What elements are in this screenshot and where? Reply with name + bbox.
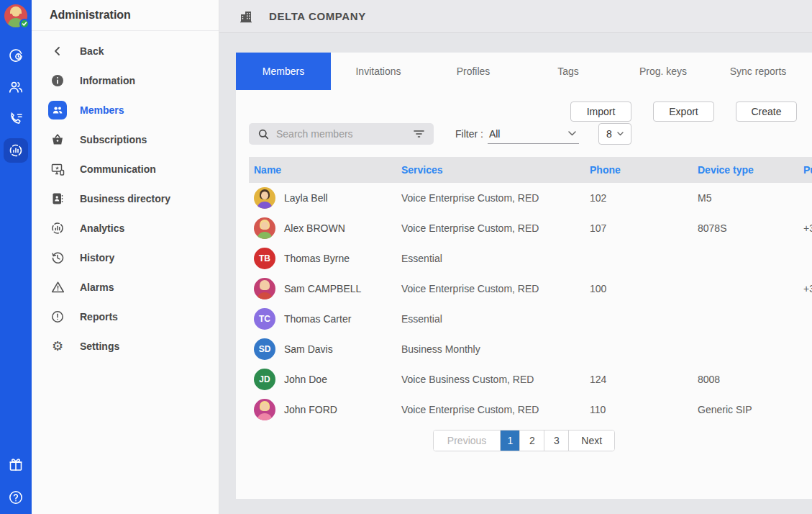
- page-size-value: 8: [606, 128, 612, 140]
- table-row[interactable]: TCThomas Carter Essential: [249, 304, 812, 334]
- page-1-button[interactable]: 1: [501, 430, 520, 451]
- sidebar-item-label: Business directory: [80, 193, 170, 204]
- search-input[interactable]: [276, 128, 414, 140]
- member-services: Voice Enterprise Custom, RED: [396, 404, 585, 415]
- pagination: Previous 1 2 3 Next: [236, 430, 812, 451]
- create-button[interactable]: Create: [736, 102, 797, 122]
- chevron-down-icon: [568, 131, 576, 136]
- column-device-type[interactable]: Device type: [693, 164, 798, 176]
- info-icon: [50, 73, 65, 88]
- sidebar-item-label: Reports: [80, 311, 118, 323]
- filter-funnel-icon[interactable]: [414, 130, 424, 138]
- avatar: [254, 217, 275, 239]
- sidebar-item-information[interactable]: Information: [32, 66, 219, 95]
- sidebar-item-settings[interactable]: ⚙ Settings: [32, 331, 219, 361]
- page-3-button[interactable]: 3: [544, 430, 569, 451]
- tab-invitations[interactable]: Invitations: [331, 53, 426, 90]
- avatar-initials: TC: [254, 308, 275, 330]
- app-root: Administration Back Information: [0, 0, 812, 514]
- table-header: Name Services Phone Device type Public: [249, 157, 812, 183]
- sidebar-item-label: Alarms: [80, 281, 114, 293]
- sidebar-item-label: History: [80, 252, 114, 263]
- users-icon[interactable]: [4, 75, 28, 99]
- member-device: M5: [693, 192, 798, 204]
- avatar-initials: TB: [254, 248, 275, 269]
- member-public: +3: [798, 283, 812, 294]
- sidebar-item-communication[interactable]: Communication: [32, 154, 219, 184]
- member-services: Voice Enterprise Custom, RED: [396, 283, 585, 294]
- warning-triangle-icon: [50, 280, 65, 294]
- filter-select[interactable]: All: [488, 124, 579, 144]
- member-name: Layla Bell: [284, 192, 328, 204]
- avatar: [254, 187, 275, 209]
- tab-bar: Members Invitations Profiles Tags Prog. …: [236, 53, 812, 90]
- sidebar-item-back[interactable]: Back: [32, 36, 219, 66]
- member-services: Voice Enterprise Custom, RED: [396, 192, 585, 204]
- export-button[interactable]: Export: [653, 102, 714, 122]
- next-page-button[interactable]: Next: [569, 430, 614, 451]
- filters-row: Filter : All 8: [249, 123, 812, 145]
- page-2-button[interactable]: 2: [520, 430, 544, 451]
- table-row[interactable]: John FORD Voice Enterprise Custom, RED 1…: [249, 394, 812, 425]
- call-log-icon[interactable]: [4, 107, 28, 131]
- column-phone[interactable]: Phone: [585, 164, 693, 176]
- member-services: Business Monthly: [396, 343, 585, 355]
- sidebar-item-reports[interactable]: Reports: [32, 302, 219, 331]
- help-icon[interactable]: [4, 485, 28, 510]
- analytics-icon[interactable]: [4, 138, 28, 163]
- chart-circle-icon: [50, 221, 65, 235]
- column-services[interactable]: Services: [396, 164, 585, 176]
- sidebar-item-label: Settings: [80, 341, 119, 352]
- member-device: 8008: [693, 374, 798, 385]
- page-size-select[interactable]: 8: [598, 123, 631, 145]
- sidebar-item-business-directory[interactable]: Business directory: [32, 184, 219, 213]
- member-name: Sam Davis: [284, 343, 333, 355]
- search-box[interactable]: [249, 123, 434, 145]
- avatar: [254, 278, 275, 299]
- sidebar-item-alarms[interactable]: Alarms: [32, 272, 219, 302]
- members-icon: [48, 101, 67, 120]
- member-phone: 124: [585, 374, 693, 385]
- member-device: 8078S: [693, 222, 798, 234]
- search-icon: [258, 129, 269, 140]
- company-name: DELTA COMPANY: [269, 10, 366, 22]
- member-name: Alex BROWN: [284, 222, 345, 234]
- sidebar-menu: Back Information Members: [32, 31, 219, 361]
- filter-value: All: [489, 128, 501, 140]
- tab-sync-reports[interactable]: Sync reports: [711, 53, 806, 90]
- sidebar-item-members[interactable]: Members: [32, 95, 219, 125]
- rail-icon-group: [4, 43, 28, 163]
- column-public[interactable]: Public: [798, 164, 812, 176]
- gift-icon[interactable]: [4, 452, 28, 477]
- members-table: Name Services Phone Device type Public L…: [249, 157, 812, 425]
- address-book-icon: [50, 191, 65, 206]
- table-row[interactable]: Alex BROWN Voice Enterprise Custom, RED …: [249, 213, 812, 243]
- import-button[interactable]: Import: [570, 102, 631, 122]
- member-services: Essential: [396, 253, 585, 264]
- sidebar-item-subscriptions[interactable]: Subscriptions: [32, 125, 219, 154]
- dashboard-icon[interactable]: [4, 43, 28, 68]
- member-name: Thomas Carter: [284, 313, 351, 325]
- user-avatar[interactable]: [4, 4, 27, 27]
- rail-bottom-group: [4, 452, 28, 514]
- avatar-initials: SD: [254, 338, 275, 360]
- tab-members[interactable]: Members: [236, 53, 331, 90]
- member-name: John FORD: [284, 404, 337, 415]
- tab-tags[interactable]: Tags: [521, 53, 616, 90]
- gear-icon: ⚙: [50, 339, 65, 353]
- table-row[interactable]: SDSam Davis Business Monthly: [249, 334, 812, 364]
- tab-prog-keys[interactable]: Prog. keys: [616, 53, 711, 90]
- tab-profiles[interactable]: Profiles: [426, 53, 521, 90]
- sidebar-item-label: Subscriptions: [80, 134, 147, 145]
- company-header: DELTA COMPANY: [219, 0, 812, 33]
- table-row[interactable]: Layla Bell Voice Enterprise Custom, RED …: [249, 183, 812, 213]
- table-row[interactable]: Sam CAMPBELL Voice Enterprise Custom, RE…: [249, 274, 812, 304]
- column-name[interactable]: Name: [249, 164, 396, 176]
- table-row[interactable]: JDJohn Doe Voice Business Custom, RED 12…: [249, 364, 812, 394]
- member-services: Voice Business Custom, RED: [396, 374, 585, 385]
- table-row[interactable]: TBThomas Byrne Essential: [249, 243, 812, 274]
- previous-page-button[interactable]: Previous: [434, 430, 501, 451]
- sidebar-item-analytics[interactable]: Analytics: [32, 213, 219, 243]
- pager-group: Previous 1 2 3 Next: [433, 430, 615, 451]
- sidebar-item-history[interactable]: History: [32, 243, 219, 272]
